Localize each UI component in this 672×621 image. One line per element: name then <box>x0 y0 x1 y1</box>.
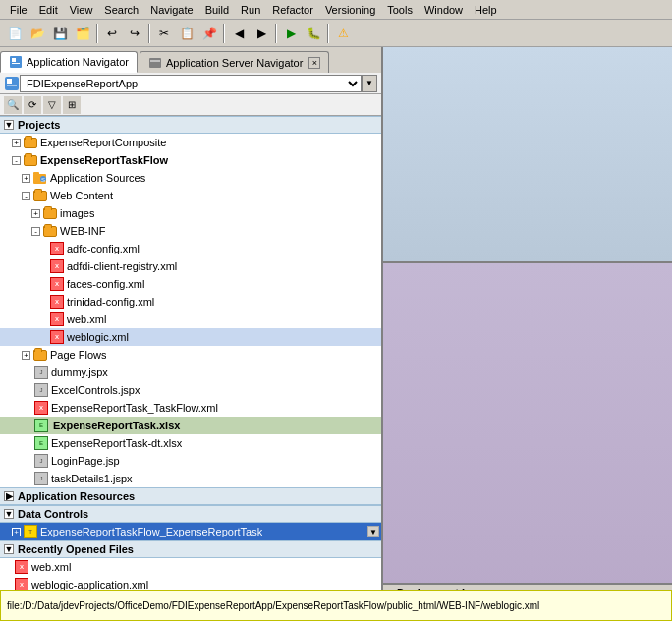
panel-toolbar: 🔍 ⟳ ▽ ⊞ <box>0 94 381 116</box>
toggle-expense-report-task[interactable]: + <box>12 528 21 536</box>
tab-server-navigator[interactable]: Application Server Navigator × <box>140 51 329 73</box>
menu-refactor[interactable]: Refactor <box>266 2 319 18</box>
toggle-page-flows[interactable]: + <box>22 351 30 360</box>
open-btn[interactable]: 📂 <box>27 23 48 44</box>
tree-section[interactable]: ▼ Projects + ExpenseReportComposite - Ex… <box>0 116 381 621</box>
tree-item-web-xml-recent[interactable]: X web.xml <box>0 558 381 576</box>
data-controls-label: Data Controls <box>18 508 88 520</box>
tree-item-dummy-jspx[interactable]: J dummy.jspx <box>0 364 381 381</box>
tree-item-task-details[interactable]: J taskDetails1.jspx <box>0 470 381 487</box>
label-adfdi: adfdi-client-registry.xml <box>67 260 177 272</box>
undo-btn[interactable]: ↩ <box>101 23 123 44</box>
menu-build[interactable]: Build <box>199 2 235 18</box>
xml-icon-adfdi: X <box>49 258 65 274</box>
menu-tools[interactable]: Tools <box>381 2 419 18</box>
menu-edit[interactable]: Edit <box>33 2 64 18</box>
toggle-app-sources[interactable]: + <box>22 174 30 183</box>
search-files-btn[interactable]: 🔍 <box>4 96 22 114</box>
tree-item-excel-controls[interactable]: J ExcelControls.jspx <box>0 381 381 399</box>
tree-item-web-xml[interactable]: X web.xml <box>0 310 381 328</box>
label-weblogic-xml: weblogic.xml <box>67 331 129 343</box>
label-expense-report-task: ExpenseReportTaskFlow_ExpenseReportTask <box>40 526 262 537</box>
tree-item-taskflow-xml[interactable]: X ExpenseReportTask_TaskFlow.xml <box>0 399 381 417</box>
right-bottom-area: ▶ Deployment Log Running dependency anal… <box>383 263 672 621</box>
refresh-btn[interactable]: ⟳ <box>24 96 41 114</box>
nav-icon <box>9 55 23 69</box>
sep2 <box>148 24 150 43</box>
tree-item-web-content[interactable]: - Web Content <box>0 187 381 204</box>
expand-all-btn[interactable]: ⊞ <box>63 96 81 114</box>
tree-item-loginpage[interactable]: J LoginPage.jsp <box>0 452 381 470</box>
folder-icon-web-content <box>32 188 48 203</box>
scroll-btn[interactable]: ▼ <box>367 526 379 537</box>
tree-item-faces-config[interactable]: X faces-config.xml <box>0 275 381 293</box>
jspx-icon-excel: J <box>33 382 49 398</box>
tree-item-expense-xlsx[interactable]: E ExpenseReportTask.xlsx <box>0 417 381 434</box>
tab-application-navigator-label: Application Navigator <box>27 56 129 68</box>
recently-opened-toggle[interactable]: ▼ <box>4 544 14 554</box>
toggle-web-inf[interactable]: - <box>31 227 40 236</box>
app-selector[interactable]: FDIExpenseReportApp <box>20 75 362 92</box>
tree-item-taskflow[interactable]: - ExpenseReportTaskFlow <box>0 151 381 169</box>
label-dummy-jspx: dummy.jspx <box>51 367 108 378</box>
copy-btn[interactable]: 📋 <box>176 23 197 44</box>
tab-application-navigator[interactable]: Application Navigator <box>0 51 138 73</box>
selector-bar: FDIExpenseReportApp ▼ <box>0 73 381 94</box>
label-taskflow: ExpenseReportTaskFlow <box>40 154 168 166</box>
tooltip-bar: file:/D:/Data/jdevProjects/OfficeDemo/FD… <box>0 590 383 621</box>
label-images: images <box>60 207 94 219</box>
toggle-images[interactable]: + <box>31 209 40 218</box>
tree-item-expense-composite[interactable]: + ExpenseReportComposite <box>0 134 381 151</box>
menu-navigate[interactable]: Navigate <box>144 2 198 18</box>
tree-item-app-sources[interactable]: + S Application Sources <box>0 169 381 187</box>
run-btn[interactable]: ▶ <box>280 23 302 44</box>
app-resources-header[interactable]: ▶ Application Resources <box>0 487 381 505</box>
tree-item-images[interactable]: + images <box>0 204 381 222</box>
tree-item-expense-dt-xlsx[interactable]: E ExpenseReportTask-dt.xlsx <box>0 434 381 452</box>
save-all-btn[interactable]: 🗂️ <box>72 23 93 44</box>
recently-opened-header[interactable]: ▼ Recently Opened Files <box>0 540 381 558</box>
label-web-xml: web.xml <box>67 313 106 325</box>
menu-help[interactable]: Help <box>469 2 503 18</box>
xlsx-icon-dt: E <box>33 435 49 451</box>
menu-run[interactable]: Run <box>235 2 266 18</box>
debug-btn[interactable]: 🐛 <box>303 23 324 44</box>
tree-item-adfdi[interactable]: X adfdi-client-registry.xml <box>0 257 381 275</box>
back-btn[interactable]: ◀ <box>228 23 250 44</box>
label-web-content: Web Content <box>50 190 113 201</box>
tree-item-expense-report-task[interactable]: + T ExpenseReportTaskFlow_ExpenseReportT… <box>0 523 381 540</box>
label-adfc-config: adfc-config.xml <box>67 243 140 254</box>
label-app-sources: Application Sources <box>50 172 145 184</box>
tree-item-adfc-config[interactable]: X adfc-config.xml <box>0 240 381 257</box>
projects-section-header[interactable]: ▼ Projects <box>0 116 381 134</box>
toggle-taskflow[interactable]: - <box>12 156 21 165</box>
label-expense-dt-xlsx: ExpenseReportTask-dt.xlsx <box>51 437 182 449</box>
cut-btn[interactable]: ✂ <box>153 23 175 44</box>
redo-btn[interactable]: ↪ <box>124 23 145 44</box>
menu-window[interactable]: Window <box>419 2 469 18</box>
new-btn[interactable]: 📄 <box>4 23 26 44</box>
menu-search[interactable]: Search <box>98 2 144 18</box>
filter-btn[interactable]: ▽ <box>43 96 61 114</box>
tree-item-web-inf[interactable]: - WEB-INF <box>0 222 381 240</box>
selector-dropdown-btn[interactable]: ▼ <box>362 75 377 92</box>
tree-item-weblogic-xml[interactable]: X weblogic.xml <box>0 328 381 346</box>
save-btn[interactable]: 💾 <box>49 23 71 44</box>
paste-btn[interactable]: 📌 <box>198 23 220 44</box>
toggle-web-content[interactable]: - <box>22 192 30 200</box>
xml-icon-weblogic: X <box>49 329 65 345</box>
tab-close-btn[interactable]: × <box>308 57 320 69</box>
tree-item-trinidad[interactable]: X trinidad-config.xml <box>0 293 381 310</box>
toggle-composite[interactable]: + <box>12 139 21 147</box>
data-controls-toggle[interactable]: ▼ <box>4 509 14 519</box>
app-resources-toggle[interactable]: ▶ <box>4 491 14 501</box>
data-controls-header[interactable]: ▼ Data Controls <box>0 505 381 523</box>
forward-btn[interactable]: ▶ <box>251 23 272 44</box>
projects-toggle[interactable]: ▼ <box>4 120 14 130</box>
tree-item-page-flows[interactable]: + Page Flows <box>0 346 381 364</box>
warning-btn[interactable]: ⚠ <box>332 23 354 44</box>
menu-view[interactable]: View <box>64 2 99 18</box>
menu-file[interactable]: File <box>4 2 33 18</box>
menu-versioning[interactable]: Versioning <box>319 2 381 18</box>
svg-rect-4 <box>150 60 160 62</box>
